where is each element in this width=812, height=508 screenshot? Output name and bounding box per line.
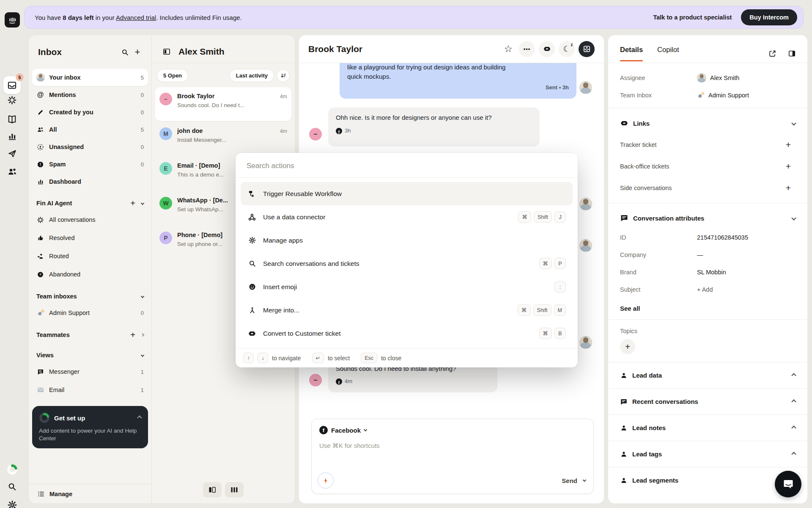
search-icon xyxy=(121,48,129,56)
sidebar-item-admin-support[interactable]: Admin Support 0 xyxy=(32,304,148,322)
advanced-trial-link[interactable]: Advanced trial xyxy=(116,14,156,21)
toggle-panel-button[interactable] xyxy=(785,47,798,60)
lightning-icon xyxy=(322,477,329,484)
chevron-down-icon[interactable] xyxy=(141,202,144,205)
open-in-new-button[interactable] xyxy=(766,47,779,60)
composer-input[interactable]: Use ⌘K for shortcuts xyxy=(319,442,586,450)
section-team-inboxes[interactable]: Team inboxes xyxy=(32,290,148,303)
sidebar-item-resolved[interactable]: Resolved xyxy=(32,229,148,247)
close-conversation-button[interactable] xyxy=(579,41,595,57)
chevron-up-icon[interactable] xyxy=(137,415,142,420)
sidebar-new-button[interactable]: + xyxy=(131,46,144,58)
channel-selector[interactable]: Facebook xyxy=(319,426,586,434)
section-teammates[interactable]: Teammates + xyxy=(32,328,148,342)
palette-search-input[interactable]: Search actions xyxy=(236,153,578,178)
add-topic-button[interactable]: + xyxy=(620,339,635,354)
message-text: quick mockups. xyxy=(347,72,569,81)
more-actions-button[interactable] xyxy=(519,41,535,57)
conversation-item-brook-taylor[interactable]: – Brook Taylor4m Sounds cool. Do I need … xyxy=(155,87,291,121)
talk-to-specialist-link[interactable]: Talk to a product specialist xyxy=(653,14,732,21)
rail-knowledge-button[interactable] xyxy=(7,113,18,124)
palette-item-label: Merge into... xyxy=(263,306,299,314)
send-button[interactable]: Send xyxy=(562,477,586,484)
manage-button[interactable]: Manage xyxy=(29,484,151,503)
assignee-row[interactable]: Assignee Alex Smith xyxy=(620,69,796,86)
section-title: Lead segments xyxy=(632,477,678,484)
ai-assist-button[interactable] xyxy=(318,472,334,489)
lead-tags-section[interactable]: Lead tags xyxy=(608,441,807,467)
section-title: Fin AI Agent xyxy=(36,200,72,207)
rail-search-button[interactable] xyxy=(7,481,18,492)
section-views[interactable]: Views xyxy=(32,348,148,362)
sidebar-item-mentions[interactable]: @ Mentions 0 xyxy=(32,86,148,103)
rail-outbound-button[interactable] xyxy=(7,148,18,159)
sidebar-search-button[interactable] xyxy=(118,46,131,58)
team-inbox-row[interactable]: Team Inbox Admin Support xyxy=(620,86,796,104)
lead-notes-section[interactable]: Lead notes xyxy=(608,414,807,441)
palette-item-data-connector[interactable]: Use a data connector ⌘ShiftJ xyxy=(241,205,573,229)
conversation-attributes-header[interactable]: Conversation attributes xyxy=(620,207,796,229)
palette-item-search-conversations[interactable]: Search conversations and tickets ⌘P xyxy=(241,252,573,275)
chevron-right-icon[interactable] xyxy=(141,333,144,337)
tracker-ticket-row: Tracker ticket + xyxy=(620,134,796,155)
sidebar-item-routed[interactable]: Routed xyxy=(32,247,148,265)
palette-item-manage-apps[interactable]: Manage apps xyxy=(241,229,573,252)
open-filter-pill[interactable]: 5 Open xyxy=(157,69,188,82)
rail-settings-button[interactable] xyxy=(7,500,18,508)
chevron-up-icon xyxy=(791,399,796,404)
gear-icon xyxy=(247,236,257,244)
palette-item-insert-emoji[interactable]: Insert emoji : xyxy=(241,275,573,298)
lead-data-section[interactable]: Lead data xyxy=(608,362,807,388)
add-icon[interactable]: + xyxy=(130,199,135,208)
send-label: Send xyxy=(562,477,577,484)
sidebar-item-label: All xyxy=(49,126,57,133)
snooze-button[interactable] xyxy=(559,41,575,57)
rail-fin-button[interactable] xyxy=(7,94,18,105)
star-icon[interactable] xyxy=(504,43,513,55)
tab-copilot[interactable]: Copilot xyxy=(657,46,679,61)
palette-item-merge-into[interactable]: Merge into... ⌘ShiftM xyxy=(241,298,573,322)
layout-columns-view-button[interactable] xyxy=(225,482,244,497)
sidebar-item-unassigned[interactable]: Unassigned 0 xyxy=(32,138,148,155)
palette-item-convert-ticket[interactable]: Convert to Customer ticket ⌘B xyxy=(241,322,573,345)
key-cmd: ⌘ xyxy=(539,328,552,339)
rail-contacts-button[interactable] xyxy=(7,166,18,177)
sort-order-button[interactable] xyxy=(277,69,290,82)
see-all-button[interactable]: See all xyxy=(620,298,796,318)
rail-reports-button[interactable] xyxy=(7,131,18,142)
ticket-button[interactable] xyxy=(539,41,555,57)
intercom-logo[interactable] xyxy=(5,12,20,28)
palette-item-trigger-workflow[interactable]: Trigger Reusable Workflow xyxy=(241,182,573,205)
recent-conversations-section[interactable]: Recent conversations xyxy=(608,388,807,414)
add-back-office-ticket-button[interactable]: + xyxy=(781,159,796,174)
attr-add-button[interactable]: + Add xyxy=(697,286,713,293)
add-side-conversation-button[interactable]: + xyxy=(781,181,796,195)
sidebar-item-spam[interactable]: Spam 0 xyxy=(32,156,148,173)
collapse-list-button[interactable] xyxy=(160,45,173,58)
sort-pill[interactable]: Last activity xyxy=(230,69,274,82)
rail-progress-button[interactable] xyxy=(7,464,18,475)
palette-item-label: Trigger Reusable Workflow xyxy=(263,190,342,198)
rail-inbox-button[interactable]: 5 xyxy=(3,76,21,94)
section-fin-ai-agent[interactable]: Fin AI Agent + xyxy=(32,196,148,210)
sidebar-item-email[interactable]: Email 1 xyxy=(32,381,148,399)
add-tracker-ticket-button[interactable]: + xyxy=(781,138,796,152)
sidebar-item-all[interactable]: All 5 xyxy=(32,121,148,138)
get-set-up-card[interactable]: Get set up Add content to power your AI … xyxy=(32,406,148,448)
sidebar-item-created-by-you[interactable]: Created by you 0 xyxy=(32,104,148,121)
buy-intercom-button[interactable]: Buy Intercom xyxy=(741,9,797,25)
sidebar-item-your-inbox[interactable]: Your inbox 5 xyxy=(32,69,148,86)
sidebar-item-messenger[interactable]: Messenger 1 xyxy=(32,363,148,381)
customer-avatar xyxy=(309,374,322,387)
intercom-launcher-button[interactable] xyxy=(775,471,801,497)
sidebar-item-all-conversations[interactable]: All conversations xyxy=(32,211,148,229)
chevron-down-icon[interactable] xyxy=(141,353,144,357)
sidebar-item-dashboard[interactable]: Dashboard xyxy=(32,173,148,190)
add-icon[interactable]: + xyxy=(130,330,135,340)
sidebar-item-abandoned[interactable]: ? Abandoned xyxy=(32,265,148,283)
conversation-item-john-doe[interactable]: M john doe4m Install Messenger... xyxy=(155,122,291,156)
layout-split-view-button[interactable] xyxy=(203,482,222,497)
links-section-header[interactable]: Links xyxy=(620,113,796,134)
chevron-down-icon[interactable] xyxy=(141,295,144,298)
tab-details[interactable]: Details xyxy=(620,46,643,61)
